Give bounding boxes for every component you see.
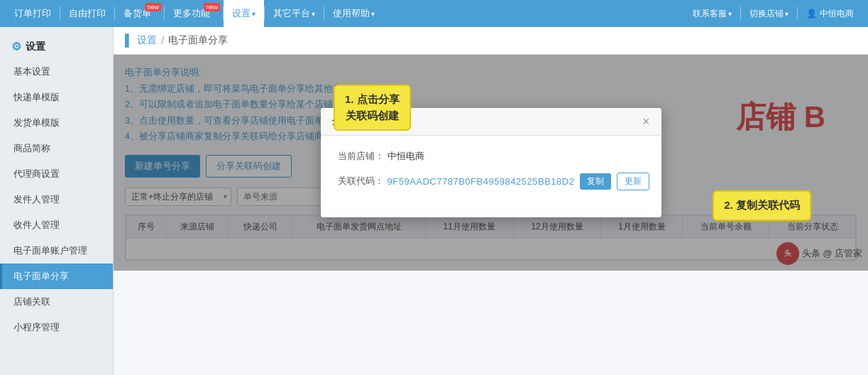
content-area: 店铺 B 电子面单分享说明: 1、无需绑定店铺，即可将菜鸟电子面单分享给其他店铺… [114, 55, 868, 271]
badge-new-2: new [204, 3, 220, 11]
settings-arrow-icon: ▾ [252, 10, 256, 18]
help-arrow-icon: ▾ [371, 10, 375, 18]
nav-switch-store[interactable]: 切换店铺 ▾ [741, 0, 797, 27]
nav-order-print[interactable]: 订单打印 [6, 0, 60, 27]
sidebar-item-sender[interactable]: 发件人管理 [0, 187, 113, 212]
modal-code-value: 9F59AADC7787B0FB4959842525BB18D2 [388, 176, 575, 187]
nav-free-print[interactable]: 自由打印 [60, 0, 114, 27]
nav-prepare[interactable]: 备货单 new [115, 0, 164, 27]
modal-code-row: 关联代码： 9F59AADC7787B0FB4959842525BB18D2 复… [338, 173, 644, 190]
breadcrumb-bar-icon: ▌ [125, 34, 133, 47]
switch-store-arrow-icon: ▾ [785, 10, 789, 18]
modal-store-value: 中恒电商 [388, 150, 424, 163]
user-icon: 👤 [806, 9, 817, 18]
sidebar-item-basic[interactable]: 基本设置 [0, 59, 113, 85]
sidebar-item-product-alias[interactable]: 商品简称 [0, 136, 113, 161]
sidebar-item-ship-template[interactable]: 发货单模版 [0, 110, 113, 136]
nav-customer-service[interactable]: 联系客服 ▾ [684, 0, 740, 27]
callout-1-line1: 1. 点击分享 [345, 92, 400, 108]
sidebar-item-receiver[interactable]: 收件人管理 [0, 212, 113, 238]
sidebar-title: ⚙ 设置 [0, 34, 113, 59]
main-content: ▌ 设置 / 电子面单分享 店铺 B 电子面单分享说明: 1、无需绑定店铺，即可… [114, 27, 868, 375]
callout-1-line2: 关联码创建 [345, 108, 400, 124]
modal-copy-button[interactable]: 复制 [580, 173, 611, 190]
other-platform-arrow-icon: ▾ [312, 10, 315, 18]
breadcrumb-root[interactable]: 设置 [137, 34, 157, 47]
breadcrumb: ▌ 设置 / 电子面单分享 [114, 27, 868, 55]
sidebar: ⚙ 设置 基本设置 快递单模版 发货单模版 商品简称 代理商设置 发件人管理 收… [0, 27, 114, 375]
sidebar-item-store-link[interactable]: 店铺关联 [0, 289, 113, 315]
callout-2-line1: 2. 复制关联代码 [724, 197, 800, 214]
settings-gear-icon: ⚙ [11, 40, 21, 53]
layout: ⚙ 设置 基本设置 快递单模版 发货单模版 商品简称 代理商设置 发件人管理 收… [0, 27, 868, 375]
sidebar-item-eface-account[interactable]: 电子面单账户管理 [0, 238, 113, 263]
modal-store-label: 当前店铺： [338, 150, 388, 163]
sidebar-item-agent[interactable]: 代理商设置 [0, 161, 113, 187]
badge-new-1: new [145, 3, 161, 11]
nav-other-platform[interactable]: 其它平台 ▾ [265, 0, 324, 27]
modal-close-button[interactable]: × [642, 115, 650, 128]
nav-help[interactable]: 使用帮助 ▾ [324, 0, 383, 27]
nav-more[interactable]: 更多功能 new [165, 0, 223, 27]
callout-1: 1. 点击分享 关联码创建 [334, 85, 411, 131]
nav-settings[interactable]: 设置 ▾ [224, 0, 264, 27]
breadcrumb-current: 电子面单分享 [168, 34, 228, 47]
modal-code-label: 关联代码： [338, 175, 388, 188]
modal-overlay: 分享关联码创建 × 当前店铺： 中恒电商 关联代码： 9F59AADC7787B… [114, 55, 868, 271]
sidebar-item-miniapp[interactable]: 小程序管理 [0, 315, 113, 340]
top-nav: 订单打印 自由打印 备货单 new 更多功能 new 设置 ▾ 其它平台 ▾ 使… [0, 0, 868, 27]
sidebar-item-express-template[interactable]: 快递单模版 [0, 85, 113, 110]
customer-service-arrow-icon: ▾ [728, 10, 732, 18]
modal-code-area: 9F59AADC7787B0FB4959842525BB18D2 复制 更新 [388, 173, 650, 190]
nav-user[interactable]: 👤 中恒电商 [798, 0, 862, 27]
nav-right: 联系客服 ▾ 切换店铺 ▾ 👤 中恒电商 [684, 0, 862, 27]
callout-2: 2. 复制关联代码 [713, 190, 811, 221]
modal-refresh-button[interactable]: 更新 [617, 173, 649, 190]
sidebar-item-eface-share[interactable]: 电子面单分享 [0, 263, 113, 289]
breadcrumb-sep: / [161, 35, 164, 46]
modal-body: 当前店铺： 中恒电商 关联代码： 9F59AADC7787B0FB4959842… [321, 136, 661, 217]
modal-store-row: 当前店铺： 中恒电商 [338, 150, 644, 163]
